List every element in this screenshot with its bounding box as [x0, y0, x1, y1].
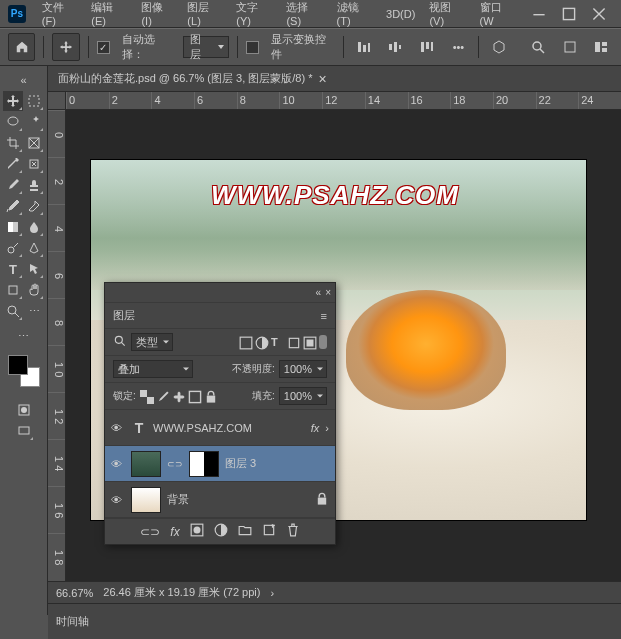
showtransform-checkbox[interactable] — [246, 41, 259, 54]
filter-search-icon[interactable] — [113, 334, 127, 350]
3d-mode-icon[interactable] — [487, 35, 510, 59]
mask-icon[interactable] — [190, 523, 204, 540]
panel-collapse-icon[interactable]: « — [316, 287, 322, 298]
minimize-button[interactable] — [525, 4, 553, 24]
layer-name[interactable]: 图层 3 — [225, 456, 256, 471]
screenmode-tool[interactable] — [14, 421, 34, 441]
hand-tool[interactable] — [24, 280, 44, 300]
crop-tool[interactable] — [3, 133, 23, 153]
align-icon-1[interactable] — [352, 35, 375, 59]
layer-name[interactable]: WWW.PSAHZ.COM — [153, 422, 305, 434]
lasso-tool[interactable] — [3, 112, 23, 132]
collapse-icon[interactable]: « — [14, 70, 34, 90]
fx-chevron-icon[interactable]: › — [325, 422, 329, 434]
align-icon-3[interactable] — [415, 35, 438, 59]
filter-pixel-icon[interactable] — [239, 336, 251, 348]
heal-tool[interactable] — [24, 154, 44, 174]
lock-pixels-icon[interactable] — [140, 390, 152, 402]
marquee-tool[interactable] — [24, 91, 44, 111]
panel-close-icon[interactable]: × — [325, 287, 331, 298]
blend-mode-dropdown[interactable]: 叠加 — [113, 360, 193, 378]
menu-view[interactable]: 视图(V) — [423, 0, 471, 30]
fx-badge[interactable]: fx — [311, 422, 320, 434]
fill-dropdown[interactable]: 100% — [279, 387, 327, 405]
visibility-icon[interactable]: 👁 — [111, 494, 125, 506]
filter-type-icon[interactable]: T — [271, 336, 283, 348]
layer-row[interactable]: 👁 T WWW.PSAHZ.COM fx › — [105, 410, 335, 446]
status-chevron-icon[interactable]: › — [270, 587, 274, 599]
layer-thumbnail[interactable] — [131, 451, 161, 477]
blur-tool[interactable] — [24, 217, 44, 237]
layers-panel[interactable]: « × 图层 ≡ 类型 T 叠加 不透明度: 100% 锁定: 填充: 100%… — [104, 282, 336, 545]
close-button[interactable] — [585, 4, 613, 24]
panel-header[interactable]: « × — [105, 283, 335, 303]
lock-all-icon[interactable] — [204, 390, 216, 402]
align-icon-2[interactable] — [384, 35, 407, 59]
layer-thumbnail[interactable] — [131, 487, 161, 513]
document-tab[interactable]: 面粉山的金莲花.psd @ 66.7% (图层 3, 图层蒙版/8) * × — [48, 66, 621, 92]
menu-edit[interactable]: 编辑(E) — [85, 0, 133, 30]
fx-icon[interactable]: fx — [170, 525, 179, 539]
pen-tool[interactable] — [24, 238, 44, 258]
ruler-horizontal[interactable]: 024681012141618202224 — [66, 92, 621, 110]
panel-menu-icon[interactable]: ≡ — [321, 310, 327, 322]
move-tool[interactable] — [3, 91, 23, 111]
lock-artboard-icon[interactable] — [188, 390, 200, 402]
history-brush-tool[interactable] — [3, 196, 23, 216]
visibility-icon[interactable]: 👁 — [111, 422, 125, 434]
lock-position-icon[interactable] — [172, 390, 184, 402]
filter-toggle[interactable] — [319, 335, 327, 349]
maximize-button[interactable] — [555, 4, 583, 24]
layer-row[interactable]: 👁 ⊂⊃ 图层 3 — [105, 446, 335, 482]
dodge-tool[interactable] — [3, 238, 23, 258]
move-tool-icon[interactable] — [52, 33, 79, 61]
workspace-icon[interactable] — [590, 35, 613, 59]
zoom-tool[interactable] — [3, 301, 23, 321]
stamp-tool[interactable] — [24, 175, 44, 195]
group-icon[interactable] — [238, 523, 252, 540]
home-icon[interactable] — [8, 33, 35, 61]
panel-title[interactable]: 图层 — [113, 308, 135, 323]
menu-layer[interactable]: 图层(L) — [181, 0, 228, 30]
link-layers-icon[interactable]: ⊂⊃ — [140, 525, 160, 539]
timeline-label[interactable]: 时间轴 — [56, 614, 89, 629]
eraser-tool[interactable] — [24, 196, 44, 216]
tool-extras[interactable]: ⋯ — [24, 301, 44, 321]
menu-window[interactable]: 窗口(W — [474, 0, 522, 30]
link-icon[interactable]: ⊂⊃ — [167, 459, 183, 469]
brush-tool[interactable] — [3, 175, 23, 195]
menu-select[interactable]: 选择(S) — [280, 0, 328, 30]
layer-row[interactable]: 👁 背景 — [105, 482, 335, 518]
filter-smart-icon[interactable] — [303, 336, 315, 348]
frame-tool[interactable] — [24, 133, 44, 153]
wand-tool[interactable] — [24, 112, 44, 132]
eyedropper-tool[interactable] — [3, 154, 23, 174]
search-icon[interactable] — [527, 35, 550, 59]
ruler-vertical[interactable]: 024681 01 21 41 61 8 — [48, 110, 66, 615]
autoselect-dropdown[interactable]: 图层 — [183, 36, 229, 58]
visibility-icon[interactable]: 👁 — [111, 458, 125, 470]
foreground-swatch[interactable] — [8, 355, 28, 375]
lock-paint-icon[interactable] — [156, 390, 168, 402]
menu-type[interactable]: 文字(Y) — [230, 0, 278, 30]
autoselect-checkbox[interactable] — [97, 41, 110, 54]
document-dimensions[interactable]: 26.46 厘米 x 19.19 厘米 (72 ppi) — [103, 585, 260, 600]
shape-tool[interactable] — [3, 280, 23, 300]
delete-icon[interactable] — [286, 523, 300, 540]
menu-image[interactable]: 图像(I) — [135, 0, 179, 30]
edit-toolbar[interactable]: ⋯ — [14, 326, 34, 346]
gradient-tool[interactable] — [3, 217, 23, 237]
filter-shape-icon[interactable] — [287, 336, 299, 348]
path-select-tool[interactable] — [24, 259, 44, 279]
filter-adjust-icon[interactable] — [255, 336, 267, 348]
new-layer-icon[interactable] — [262, 523, 276, 540]
filter-type-dropdown[interactable]: 类型 — [131, 333, 173, 351]
type-tool[interactable]: T — [3, 259, 23, 279]
layer-mask-thumbnail[interactable] — [189, 451, 219, 477]
distribute-icon[interactable]: ••• — [447, 35, 470, 59]
menu-file[interactable]: 文件(F) — [36, 0, 84, 30]
layer-name[interactable]: 背景 — [167, 492, 309, 507]
opacity-dropdown[interactable]: 100% — [279, 360, 327, 378]
adjustment-icon[interactable] — [214, 523, 228, 540]
menu-3d[interactable]: 3D(D) — [380, 5, 421, 23]
